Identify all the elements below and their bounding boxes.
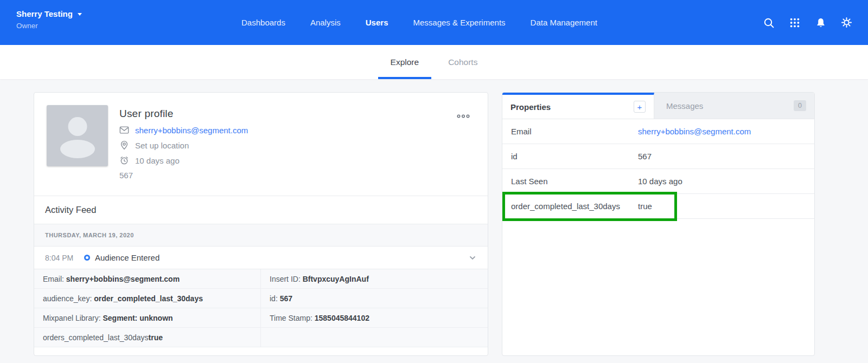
- property-value-email-link[interactable]: sherry+bobbins@segment.com: [638, 127, 751, 136]
- chevron-down-icon[interactable]: [468, 254, 477, 262]
- nav-item-data-management[interactable]: Data Management: [531, 18, 597, 27]
- property-value: true: [638, 202, 652, 211]
- nav-item-messages-experiments[interactable]: Messages & Experiments: [413, 18, 505, 27]
- property-row-order-completed: order_completed_last_30days true: [502, 194, 814, 219]
- user-profile-card: User profile sherry+bobbins@segment.com …: [34, 92, 488, 356]
- more-options-button[interactable]: [454, 110, 473, 122]
- event-detail-cell: audience_key: order_completed_last_30day…: [34, 289, 261, 308]
- event-time: 8:04 PM: [45, 254, 84, 262]
- plus-icon: +: [637, 103, 642, 111]
- event-detail-cell: Insert ID: BftvpxcuyAgInAuf: [261, 269, 488, 289]
- search-button[interactable]: [761, 15, 776, 30]
- property-key: Email: [511, 127, 638, 136]
- activity-feed-header: Activity Feed: [34, 196, 488, 224]
- property-key: order_completed_last_30days: [511, 202, 638, 211]
- settings-gear-icon: [841, 17, 852, 28]
- nav-item-dashboards[interactable]: Dashboards: [241, 18, 285, 27]
- avatar-body-shape: [60, 140, 95, 158]
- tab-messages[interactable]: Messages 0: [654, 93, 814, 119]
- properties-panel-tabs: Properties + Messages 0: [502, 93, 814, 119]
- property-key: id: [511, 152, 638, 161]
- primary-nav: Dashboards Analysis Users Messages & Exp…: [0, 0, 839, 45]
- event-dot-icon: [84, 255, 90, 261]
- add-property-button[interactable]: +: [634, 101, 646, 113]
- messages-count-badge: 0: [794, 100, 806, 111]
- apps-grid-icon: [789, 17, 800, 28]
- event-detail-cell: orders_completed_last_30daystrue: [34, 328, 261, 347]
- avatar-head-shape: [68, 117, 87, 136]
- properties-panel: Properties + Messages 0 Email sherry+bob…: [502, 92, 815, 356]
- profile-user-id: 567: [119, 171, 248, 180]
- nav-item-analysis[interactable]: Analysis: [310, 18, 341, 27]
- event-detail-cell: [261, 328, 488, 347]
- top-nav: Sherry Testing Owner Dashboards Analysis…: [0, 0, 868, 45]
- avatar: [47, 105, 108, 166]
- profile-title: User profile: [119, 108, 248, 120]
- tab-explore[interactable]: Explore: [378, 45, 432, 79]
- clock-icon: [119, 155, 129, 165]
- event-name: Audience Entered: [95, 253, 159, 262]
- notifications-button[interactable]: [813, 15, 828, 30]
- nav-item-users[interactable]: Users: [366, 18, 388, 27]
- property-row-email: Email sherry+bobbins@segment.com: [502, 119, 814, 144]
- property-row-id: id 567: [502, 144, 814, 169]
- property-key: Last Seen: [511, 177, 638, 186]
- envelope-icon: [119, 125, 129, 135]
- event-detail-cell: Email: sherry+bobbins@segment.com: [34, 269, 261, 289]
- tab-cohorts[interactable]: Cohorts: [436, 45, 490, 79]
- profile-location[interactable]: Set up location: [135, 141, 189, 150]
- property-value: 567: [638, 152, 652, 161]
- tab-properties[interactable]: Properties +: [502, 93, 654, 119]
- search-icon: [763, 17, 775, 29]
- activity-event-row[interactable]: 8:04 PM Audience Entered: [34, 247, 488, 269]
- location-pin-icon: [119, 140, 129, 150]
- settings-button[interactable]: [839, 15, 854, 30]
- event-detail-cell: Mixpanel Library: Segment: unknown: [34, 308, 261, 328]
- profile-email-link[interactable]: sherry+bobbins@segment.com: [135, 126, 248, 135]
- property-value: 10 days ago: [638, 177, 682, 186]
- profile-last-seen: 10 days ago: [135, 156, 180, 165]
- event-details-table: Email: sherry+bobbins@segment.com Insert…: [34, 269, 488, 347]
- activity-feed-title: Activity Feed: [45, 205, 96, 215]
- apps-grid-button[interactable]: [787, 15, 802, 30]
- notifications-bell-icon: [815, 17, 826, 28]
- activity-date-header: THURSDAY, MARCH 19, 2020: [34, 224, 488, 247]
- property-row-last-seen: Last Seen 10 days ago: [502, 169, 814, 194]
- event-detail-cell: Time Stamp: 1585045844102: [261, 308, 488, 328]
- event-detail-cell: id: 567: [261, 289, 488, 308]
- ellipsis-icon: [456, 114, 470, 119]
- tab-bar: Explore Cohorts: [0, 45, 868, 79]
- nav-icon-group: [761, 0, 854, 45]
- profile-section: User profile sherry+bobbins@segment.com …: [34, 93, 488, 196]
